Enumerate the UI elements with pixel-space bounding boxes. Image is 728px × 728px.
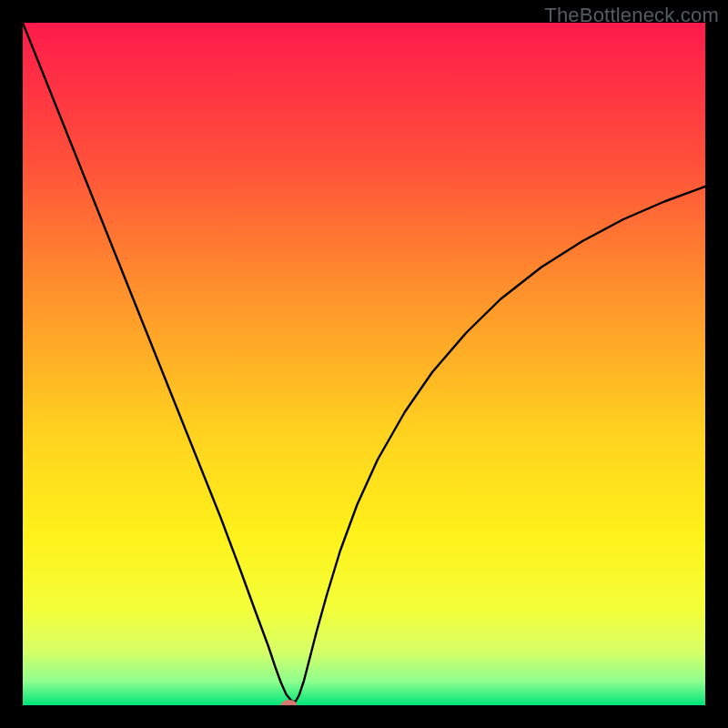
gradient-background — [23, 23, 705, 705]
watermark-text: TheBottleneck.com — [544, 4, 719, 27]
chart-frame — [23, 23, 705, 705]
bottleneck-chart — [23, 23, 705, 705]
